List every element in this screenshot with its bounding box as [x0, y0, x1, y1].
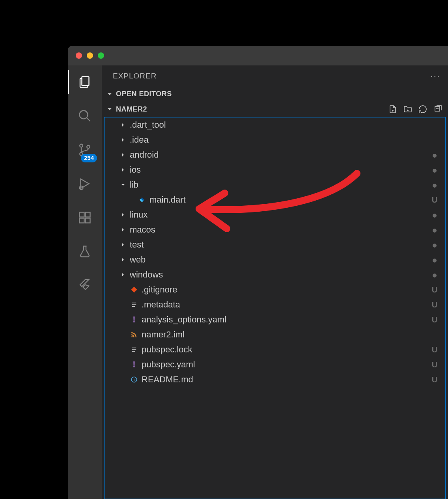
git-modified-dot — [430, 166, 439, 175]
git-modified-dot — [430, 210, 439, 220]
scm-badge: 254 — [81, 154, 97, 162]
svg-point-2 — [80, 144, 83, 147]
git-modified-dot — [430, 225, 439, 235]
svg-point-4 — [87, 145, 90, 149]
activity-flutter[interactable] — [68, 276, 102, 295]
git-modified-dot — [430, 151, 439, 160]
rss-icon — [130, 331, 138, 338]
folder-item[interactable]: ios — [105, 162, 445, 177]
file-item[interactable]: pubspec.lockU — [105, 342, 445, 357]
project-section[interactable]: NAMER2 — [102, 101, 448, 117]
new-file-icon[interactable] — [388, 104, 398, 114]
file-item[interactable]: namer2.iml — [105, 327, 445, 342]
dart-icon — [138, 196, 146, 203]
search-icon — [78, 109, 92, 123]
git-icon — [130, 286, 138, 293]
chevron-right-icon — [119, 167, 127, 173]
item-label: analysis_options.yaml — [142, 315, 427, 325]
explorer-sidebar: EXPLORER ··· OPEN EDITORS NAMER2 — [102, 65, 448, 499]
item-label: macos — [130, 225, 427, 235]
file-item[interactable]: !pubspec.yamlU — [105, 357, 445, 372]
activity-extensions[interactable] — [68, 208, 102, 227]
item-label: .metadata — [142, 300, 427, 310]
chevron-down-icon — [106, 105, 114, 113]
folder-item[interactable]: macos — [105, 222, 445, 237]
item-label: linux — [130, 210, 427, 220]
git-status-letter: U — [430, 285, 439, 294]
git-modified-dot — [430, 270, 439, 279]
folder-item[interactable]: .dart_tool — [105, 117, 445, 132]
item-label: .gitignore — [142, 285, 427, 295]
item-label: pubspec.yaml — [142, 359, 427, 370]
git-status-letter: U — [430, 196, 439, 205]
chevron-down-icon — [119, 182, 127, 188]
svg-rect-6 — [80, 212, 84, 217]
item-label: .idea — [130, 135, 427, 145]
folder-item[interactable]: lib — [105, 177, 445, 192]
svg-point-11 — [131, 336, 133, 337]
lines-icon — [130, 301, 138, 308]
folder-item[interactable]: windows — [105, 267, 445, 282]
git-modified-dot — [430, 240, 439, 250]
git-status-letter: U — [430, 345, 439, 354]
explorer-header: EXPLORER ··· — [102, 65, 448, 87]
item-label: ios — [130, 165, 427, 175]
folder-item[interactable]: web — [105, 252, 445, 267]
git-modified-dot — [430, 255, 439, 264]
git-modified-dot — [430, 181, 439, 190]
svg-rect-9 — [86, 218, 90, 223]
activity-testing[interactable] — [68, 242, 102, 261]
vscode-window: 254 — [68, 46, 448, 499]
file-item[interactable]: .gitignoreU — [105, 282, 445, 297]
item-label: android — [130, 150, 427, 160]
file-item[interactable]: README.mdU — [105, 372, 445, 387]
explorer-more-button[interactable]: ··· — [431, 71, 440, 81]
git-status-letter: U — [430, 375, 439, 384]
info-icon — [130, 376, 138, 383]
extensions-icon — [78, 210, 92, 225]
file-item[interactable]: .metadataU — [105, 297, 445, 312]
explorer-title: EXPLORER — [113, 72, 157, 80]
git-status-letter: U — [430, 315, 439, 324]
svg-rect-0 — [82, 77, 89, 86]
close-window-button[interactable] — [76, 52, 82, 59]
chevron-right-icon — [119, 212, 127, 218]
folder-item[interactable]: android — [105, 147, 445, 162]
folder-item[interactable]: .idea — [105, 132, 445, 147]
beaker-icon — [78, 244, 92, 259]
debug-icon — [78, 177, 92, 191]
file-tree: .dart_tool.ideaandroidioslibmain.dartUli… — [104, 117, 446, 499]
folder-item[interactable]: linux — [105, 207, 445, 222]
svg-point-1 — [80, 111, 88, 119]
activity-source-control[interactable]: 254 — [68, 140, 102, 159]
activity-run-debug[interactable] — [68, 174, 102, 193]
files-icon — [78, 75, 92, 89]
activity-bar: 254 — [68, 65, 102, 499]
project-name: NAMER2 — [116, 105, 147, 114]
item-label: web — [130, 255, 427, 265]
folder-item[interactable]: test — [105, 237, 445, 252]
open-editors-label: OPEN EDITORS — [116, 90, 172, 98]
collapse-all-icon[interactable] — [433, 104, 442, 114]
bang-icon: ! — [130, 359, 138, 370]
chevron-right-icon — [119, 227, 127, 233]
file-item[interactable]: !analysis_options.yamlU — [105, 312, 445, 327]
new-folder-icon[interactable] — [403, 104, 413, 114]
maximize-window-button[interactable] — [98, 52, 104, 59]
chevron-right-icon — [119, 152, 127, 158]
item-label: namer2.iml — [142, 330, 427, 340]
activity-search[interactable] — [68, 106, 102, 125]
file-item[interactable]: main.dartU — [105, 192, 445, 207]
chevron-right-icon — [119, 137, 127, 143]
titlebar[interactable] — [68, 46, 448, 65]
minimize-window-button[interactable] — [87, 52, 93, 59]
chevron-right-icon — [119, 122, 127, 128]
git-status-letter: U — [430, 300, 439, 309]
git-status-letter: U — [430, 360, 439, 369]
refresh-icon[interactable] — [418, 104, 427, 114]
chevron-right-icon — [119, 242, 127, 248]
open-editors-section[interactable]: OPEN EDITORS — [102, 87, 448, 101]
item-label: main.dart — [149, 195, 427, 205]
chevron-down-icon — [106, 90, 114, 98]
activity-explorer[interactable] — [68, 73, 102, 91]
